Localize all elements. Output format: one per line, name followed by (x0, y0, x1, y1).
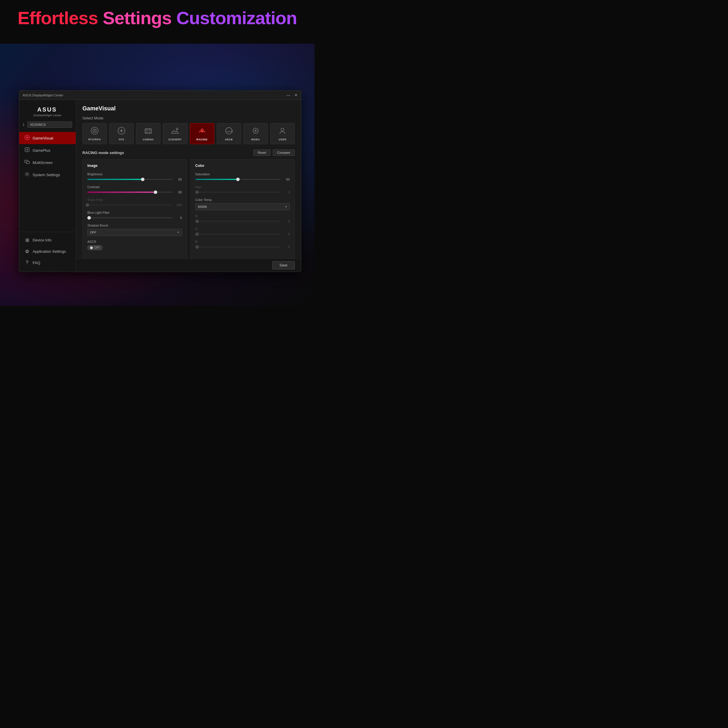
sidebar-item-multiscreen[interactable]: MultiScreen (19, 156, 76, 168)
hue-slider-row: 0 (196, 190, 290, 194)
rtsrpg-label: RTS/RPG (84, 138, 105, 141)
tracefree-label: Trace Free (87, 198, 182, 202)
user-icon (272, 126, 293, 137)
bluelight-slider-row: 0 (87, 216, 182, 220)
r-value: 0 (283, 220, 290, 223)
select-mode-label: Select Mode (83, 116, 295, 120)
saturation-setting: Saturation 50 (196, 172, 290, 181)
saturation-slider-row: 50 (196, 177, 290, 181)
hero-word-1: Effortless (17, 8, 98, 28)
mode-card-rtsrpg[interactable]: RTS/RPG (83, 123, 107, 144)
ascr-label: ASCR (87, 240, 182, 243)
ascr-setting: ASCR OFF (87, 240, 182, 250)
brightness-slider-row: 65 (87, 177, 182, 181)
srgb-icon: sRGB (219, 126, 239, 137)
g-label: G (196, 227, 290, 231)
save-bar: Save (76, 258, 301, 272)
mode-card-user[interactable]: USER (270, 123, 295, 144)
sidebar-item-systemsettings[interactable]: System Settings (19, 168, 76, 181)
ascr-toggle-row: OFF (87, 245, 182, 250)
colortemp-dropdown[interactable]: 6500K 5000K 7500K 9300K 11500K (196, 203, 290, 210)
tracefree-slider-row: 254 (87, 203, 182, 207)
racing-label: RACING (192, 138, 212, 141)
hue-value: 0 (283, 190, 290, 194)
svg-text:ASUS: ASUS (37, 106, 57, 113)
r-slider-row: 0 (196, 220, 290, 223)
b-value: 0 (283, 245, 290, 249)
settings-mode-title: RACING mode settings (83, 151, 124, 155)
contrast-label: Contrast (87, 185, 182, 189)
monitor-dropdown[interactable]: XG32WCS (28, 121, 72, 128)
tracefree-track (87, 205, 173, 206)
svg-rect-5 (26, 161, 29, 164)
mode-card-racing[interactable]: RACING (190, 123, 214, 144)
close-button[interactable]: ✕ (294, 93, 298, 97)
tracefree-value: 254 (175, 203, 182, 207)
asus-logo-sub: DisplayWidget Center (24, 114, 70, 117)
multiscreen-icon (24, 159, 30, 166)
reset-button[interactable]: Reset (253, 149, 271, 156)
titlebar-label: ASUS DisplayWidget Center (23, 93, 63, 97)
svg-point-6 (26, 173, 28, 175)
g-track (196, 234, 281, 235)
sidebar-item-appsettings[interactable]: ⚙ Application Settings (19, 246, 76, 257)
hero-title: Effortless Settings Customization (0, 8, 315, 28)
r-setting: R 0 (196, 214, 290, 223)
svg-marker-2 (26, 136, 29, 139)
sidebar-item-gamevisual[interactable]: GameVisual (19, 132, 76, 144)
save-button[interactable]: Save (272, 261, 295, 269)
srgb-label: sRGB (219, 138, 239, 141)
contrast-value: 80 (175, 190, 182, 194)
sidebar-item-deviceinfo[interactable]: ⊞ Device Info (19, 234, 76, 246)
ascr-toggle[interactable]: OFF (87, 245, 102, 250)
contrast-track[interactable] (87, 192, 173, 193)
saturation-label: Saturation (196, 172, 290, 176)
sidebar-item-faq[interactable]: ? FAQ (19, 257, 76, 268)
gameplus-icon (24, 147, 30, 153)
sidebar-deviceinfo-label: Device Info (33, 238, 52, 242)
sidebar: ASUS DisplayWidget Center 1 XG32WCS (19, 100, 76, 272)
compare-button[interactable]: Compare (273, 149, 295, 156)
b-setting: B 0 (196, 240, 290, 249)
monitor-selector: 1 XG32WCS (23, 121, 72, 128)
appsettings-icon: ⚙ (24, 249, 30, 254)
bluelight-setting: Blue Light Filter 0 (87, 211, 182, 220)
shadowboost-dropdown-wrapper: OFF 1 2 3 4 5 (87, 229, 182, 236)
sidebar-bottom: ⊞ Device Info ⚙ Application Settings ? F… (19, 232, 76, 268)
saturation-track[interactable] (196, 179, 281, 180)
mode-card-cinema[interactable]: CINEMA (136, 123, 161, 144)
ascr-toggle-dot (90, 246, 93, 249)
cinema-label: CINEMA (138, 138, 158, 141)
mode-card-scenery[interactable]: SCENERY (163, 123, 187, 144)
mode-card-moba[interactable]: MOBA (243, 123, 268, 144)
sidebar-gamevisual-label: GameVisual (33, 136, 53, 140)
brightness-setting: Brightness 65 (87, 172, 182, 181)
app-body: ASUS DisplayWidget Center 1 XG32WCS (19, 100, 301, 272)
settings-actions: Reset Compare (253, 149, 295, 156)
asus-logo: ASUS DisplayWidget Center (19, 103, 76, 121)
brightness-track[interactable] (87, 179, 173, 180)
r-track (196, 221, 281, 222)
hue-setting: Hue 0 (196, 185, 290, 194)
titlebar-controls: — ✕ (286, 93, 298, 97)
colortemp-label: Color Temp. (196, 198, 290, 202)
deviceinfo-icon: ⊞ (24, 237, 30, 243)
fps-icon (111, 126, 132, 137)
bluelight-track[interactable] (87, 217, 173, 219)
b-label: B (196, 240, 290, 243)
fps-label: FPS (111, 138, 132, 141)
svg-point-13 (176, 128, 178, 130)
contrast-slider-row: 80 (87, 190, 182, 194)
systemsettings-icon (24, 171, 30, 178)
mode-card-srgb[interactable]: sRGB sRGB (217, 123, 241, 144)
titlebar: ASUS DisplayWidget Center — ✕ (19, 90, 301, 100)
monitor-number: 1 (23, 123, 26, 126)
minimize-button[interactable]: — (286, 93, 290, 97)
shadowboost-dropdown[interactable]: OFF 1 2 3 4 5 (87, 229, 182, 236)
svg-rect-12 (145, 129, 151, 133)
sidebar-item-gameplus[interactable]: GamePlus (19, 144, 76, 156)
app-window: ASUS DisplayWidget Center — ✕ ASUS Displ… (19, 90, 301, 272)
gamevisual-icon (24, 135, 30, 141)
b-slider-row: 0 (196, 245, 290, 249)
mode-card-fps[interactable]: FPS (109, 123, 134, 144)
